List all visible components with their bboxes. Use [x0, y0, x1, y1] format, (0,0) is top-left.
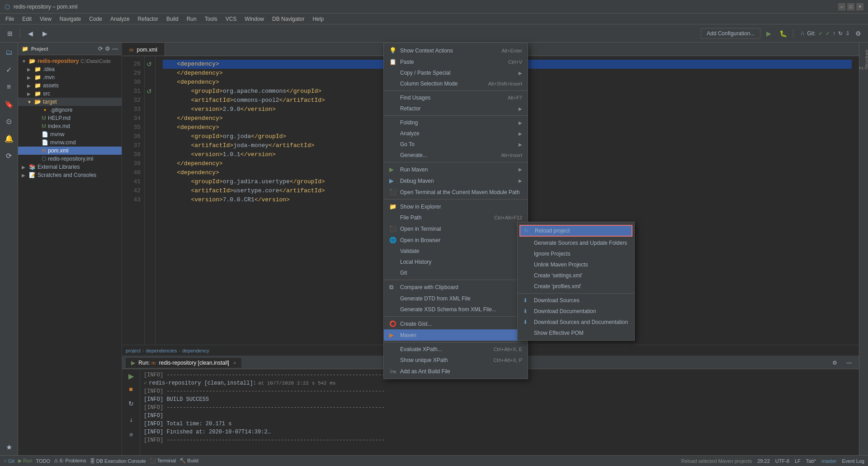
ctx-generate-dtd[interactable]: Generate DTD from XML File [384, 293, 528, 304]
ctx-show-explorer[interactable]: 📁 Show in Explorer [384, 201, 528, 212]
tree-root-item[interactable]: ▼ 📂 redis-repository C:\Data\Code [18, 57, 122, 65]
ctx-maven[interactable]: ▶ Maven ▶ [384, 329, 528, 341]
tree-assets-item[interactable]: ▶ 📁 assets [18, 81, 122, 90]
run-play-button[interactable]: ▶ [126, 371, 136, 381]
status-run[interactable]: ▶ Run [18, 458, 32, 464]
status-indent[interactable]: Tab* [806, 458, 816, 464]
tree-target-item[interactable]: ▼ 📂 target [18, 98, 122, 106]
menu-code[interactable]: Code [85, 15, 106, 23]
bottom-close-button[interactable]: — [843, 357, 855, 369]
menu-analyze[interactable]: Analyze [107, 15, 133, 23]
sidebar-item-favorites[interactable]: ★ [1, 439, 17, 455]
submenu-download-sources-docs[interactable]: ⬇ Download Sources and Documentation [518, 317, 634, 328]
ctx-generate-xsd[interactable]: Generate XSD Schema from XML File... [384, 304, 528, 315]
menu-file[interactable]: File [2, 15, 18, 23]
status-todo[interactable]: TODO [36, 458, 50, 464]
menu-window[interactable]: Window [241, 15, 268, 23]
menu-refactor[interactable]: Refactor [134, 15, 162, 23]
forward-button[interactable]: ▶ [38, 27, 51, 40]
submenu-generate-sources[interactable]: Generate Sources and Update Folders [518, 238, 634, 248]
debug-button[interactable]: 🐛 [777, 27, 789, 40]
tree-src-item[interactable]: ▶ 📁 src [18, 90, 122, 98]
maximize-button[interactable]: □ [847, 3, 854, 10]
ctx-compare-clipboard[interactable]: ⧉ Compare with Clipboard [384, 281, 528, 293]
sidebar-item-commit[interactable]: ✓ [1, 62, 17, 78]
ctx-copy-paste-special[interactable]: Copy / Paste Special ▶ [384, 67, 528, 78]
tree-helpmd-item[interactable]: ▶ M HELP.md [18, 114, 122, 122]
sidebar-item-structure[interactable]: ≡ [1, 79, 17, 95]
ctx-goto[interactable]: Go To ▶ [384, 139, 528, 150]
submenu-create-profiles[interactable]: Create 'profiles.xml' [518, 281, 634, 292]
run-stop-button[interactable]: ■ [125, 383, 137, 395]
ctx-debug-maven[interactable]: ▶ Debug Maven ▶ [384, 175, 528, 186]
submenu-download-docs[interactable]: ⬇ Download Documentation [518, 306, 634, 317]
ctx-analyze[interactable]: Analyze ▶ [384, 128, 528, 139]
ctx-file-path[interactable]: File Path Ctrl+Alt+F12 [384, 212, 528, 223]
submenu-reload-project[interactable]: ↻ Reload project [519, 225, 632, 237]
breadcrumb-project[interactable]: project [126, 348, 141, 353]
sidebar-item-project[interactable]: 🗂 [1, 44, 17, 61]
ctx-show-unique-xpath[interactable]: Show unique XPath Ctrl+Alt+X, P [384, 355, 528, 366]
ctx-open-terminal-maven[interactable]: ⬛ Open Terminal at the Current Maven Mod… [384, 186, 528, 198]
menu-navigate[interactable]: Navigate [56, 15, 85, 23]
menu-db-navigator[interactable]: DB Navigator [269, 15, 308, 23]
status-line-sep[interactable]: LF [795, 458, 801, 464]
run-scroll-button[interactable]: ⤓ [125, 414, 137, 426]
project-structure-button[interactable]: ⊞ [4, 27, 16, 40]
ctx-run-maven[interactable]: ▶ Run Maven ▶ [384, 164, 528, 175]
status-terminal[interactable]: ⬛ Terminal [150, 458, 176, 464]
tree-mvnwcmd-item[interactable]: ▶ 📄 mvnw.cmd [18, 138, 122, 147]
ctx-generate[interactable]: Generate... Alt+Insert [384, 150, 528, 161]
sidebar-item-bookmarks[interactable]: 🔖 [1, 96, 17, 112]
bottom-tab-run[interactable]: ▶ Run: m redis-repository [clean,install… [126, 358, 241, 368]
menu-build[interactable]: Build [163, 15, 182, 23]
status-db-console[interactable]: 🗄 DB Execution Console [90, 458, 146, 464]
settings-button[interactable]: ⚙ [852, 27, 864, 40]
status-branch[interactable]: master [821, 458, 837, 464]
ctx-column-selection[interactable]: Column Selection Mode Alt+Shift+Insert [384, 78, 528, 89]
menu-view[interactable]: View [36, 15, 55, 23]
menu-tools[interactable]: Tools [201, 15, 221, 23]
project-settings-icon[interactable]: ⚙ [105, 45, 110, 52]
ctx-folding[interactable]: Folding ▶ [384, 117, 528, 128]
close-button[interactable]: × [856, 3, 863, 10]
sidebar-item-db[interactable]: ⊙ [1, 113, 17, 129]
status-event-log[interactable]: Event Log [842, 458, 864, 464]
ctx-create-gist[interactable]: ⭕ Create Gist... [384, 318, 528, 329]
ctx-open-browser[interactable]: 🌐 Open in Browser [384, 234, 528, 246]
status-problems[interactable]: ⚠ 6: Problems [54, 458, 86, 464]
status-encoding[interactable]: UTF-8 [775, 458, 789, 464]
tree-gitignore-item[interactable]: ▶ 🔸 .gitignore [18, 106, 122, 114]
tree-scratches-item[interactable]: ▶ 📝 Scratches and Consoles [18, 171, 122, 179]
ctx-paste[interactable]: 📋 Paste Ctrl+V [384, 56, 528, 67]
status-build[interactable]: 🔨 Build [179, 458, 198, 464]
minimize-button[interactable]: – [838, 3, 845, 10]
menu-edit[interactable]: Edit [19, 15, 35, 23]
tree-mvnw-item[interactable]: ▶ 📄 mvnw [18, 130, 122, 138]
tree-mvn-item[interactable]: ▶ 📁 .mvn [18, 73, 122, 81]
add-configuration-button[interactable]: Add Configuration... [701, 28, 760, 39]
submenu-show-effective-pom[interactable]: Show Effective POM [518, 328, 634, 338]
bottom-settings-button[interactable]: ⚙ [828, 357, 841, 369]
breadcrumb-dependency[interactable]: dependency [182, 348, 209, 353]
tree-indexmd-item[interactable]: ▶ M index.md [18, 122, 122, 130]
project-collapse-icon[interactable]: — [112, 45, 118, 52]
submenu-download-sources[interactable]: ⬇ Download Sources [518, 295, 634, 306]
ctx-local-history[interactable]: Local History ▶ [384, 257, 528, 267]
sidebar-item-pull-requests[interactable]: ⟳ [1, 147, 17, 164]
back-button[interactable]: ◀ [24, 27, 37, 40]
submenu-unlink-maven[interactable]: Unlink Maven Projects [518, 259, 634, 270]
breadcrumb-dependencies[interactable]: dependencies [146, 348, 177, 353]
ctx-refactor[interactable]: Refactor ▶ [384, 103, 528, 114]
menu-vcs[interactable]: VCS [222, 15, 241, 23]
ctx-validate[interactable]: Validate [384, 246, 528, 257]
submenu-create-settings[interactable]: Create 'settings.xml' [518, 270, 634, 281]
ctx-show-context-actions[interactable]: 💡 Show Context Actions Alt+Enter [384, 45, 528, 56]
ctx-open-terminal[interactable]: ⬛ Open in Terminal [384, 223, 528, 234]
tree-iml-item[interactable]: ▶ ⬡ redis-repository.iml [18, 155, 122, 163]
tree-idea-item[interactable]: ▶ 📁 .idea [18, 65, 122, 73]
right-sidebar-icon[interactable]: Z Structure [859, 44, 868, 71]
tree-pomxml-item[interactable]: ▶ m pom.xml [18, 147, 122, 155]
ctx-git[interactable]: Git ▶ [384, 267, 528, 278]
run-clear-button[interactable]: ⊘ [125, 428, 137, 441]
